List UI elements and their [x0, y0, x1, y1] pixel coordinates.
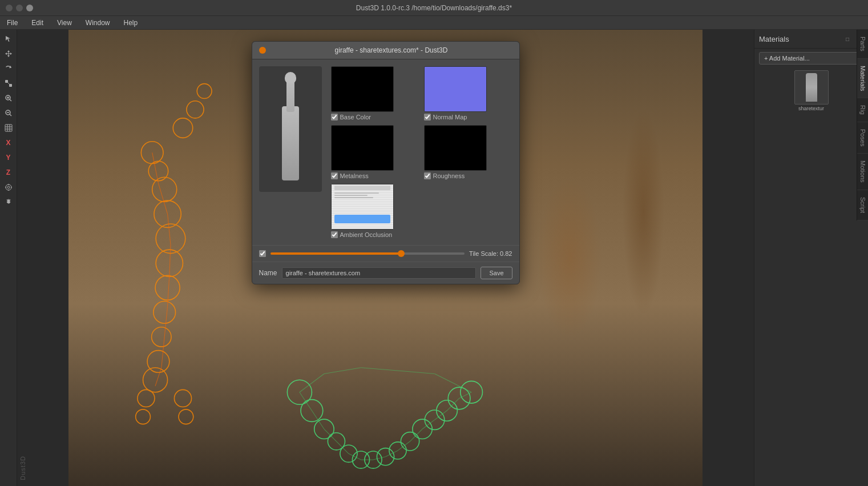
- material-thumb-inner: [795, 71, 828, 104]
- texture-checkbox-metalness[interactable]: [331, 172, 338, 179]
- dialog-titlebar[interactable]: giraffe - sharetextures.com* - Dust3D: [252, 42, 519, 59]
- close-button[interactable]: [6, 5, 13, 11]
- menu-window[interactable]: Window: [83, 18, 112, 28]
- material-thumbnail: [794, 70, 829, 105]
- menu-edit[interactable]: Edit: [29, 18, 46, 28]
- ao-line: [334, 192, 379, 194]
- texture-thumb-roughness[interactable]: [424, 125, 487, 171]
- tab-motions[interactable]: Motions: [857, 154, 868, 190]
- material-dialog: giraffe - sharetextures.com* - Dust3D: [252, 41, 520, 284]
- menu-file[interactable]: File: [5, 18, 20, 28]
- tab-rig[interactable]: Rig: [857, 98, 868, 122]
- tab-materials[interactable]: Materials: [857, 59, 868, 99]
- materials-title: Materials: [759, 35, 789, 43]
- material-item-label: sharetextur: [798, 106, 824, 111]
- texture-thumb-normal-map[interactable]: [424, 66, 487, 112]
- texture-label-text-roughness: Roughness: [433, 172, 465, 179]
- texture-checkbox-normal-map[interactable]: [424, 114, 431, 121]
- model-silhouette: [276, 78, 305, 180]
- material-item-sharetextures[interactable]: sharetextur: [754, 68, 868, 114]
- texture-label-text-normal-map: Normal Map: [433, 114, 467, 121]
- ao-title-bar: [334, 186, 390, 190]
- ao-line: [334, 197, 374, 198]
- window-title: Dust3D 1.0.0-rc.3 /home/tio/Downloads/gi…: [356, 4, 512, 12]
- texture-label-ao: Ambient Occlusion: [331, 231, 419, 238]
- tool-z-axis[interactable]: Z: [2, 166, 15, 179]
- dialog-content: Base Color Normal Map: [252, 59, 519, 245]
- tile-scale-value: Tile Scale: 0.82: [469, 250, 512, 257]
- name-input[interactable]: [282, 267, 477, 279]
- add-material-button[interactable]: + Add Material...: [759, 52, 863, 65]
- dust3d-watermark: Dust3D: [19, 456, 26, 480]
- texture-checkbox-base-color[interactable]: [331, 114, 338, 121]
- maximize-button[interactable]: [26, 5, 33, 11]
- svg-point-15: [6, 184, 11, 190]
- texture-checkbox-roughness[interactable]: [424, 172, 431, 179]
- svg-line-8: [10, 114, 11, 116]
- texture-label-base-color: Base Color: [331, 114, 419, 121]
- svg-rect-10: [5, 124, 12, 131]
- tab-poses[interactable]: Poses: [857, 122, 868, 154]
- tab-script[interactable]: Script: [857, 190, 868, 220]
- textures-section: Base Color Normal Map: [331, 66, 512, 238]
- menu-view[interactable]: View: [55, 18, 74, 28]
- texture-label-metalness: Metalness: [331, 172, 419, 179]
- materials-header: Materials □ ✕: [754, 30, 868, 49]
- model-head: [285, 72, 296, 83]
- menubar: File Edit View Window Help: [0, 16, 868, 30]
- material-thumb-giraffe-shape: [806, 73, 817, 102]
- model-preview: [259, 66, 322, 192]
- tile-scale-checkbox[interactable]: [259, 250, 266, 257]
- tool-zoom-out[interactable]: [2, 106, 15, 120]
- tile-scale-slider[interactable]: [271, 252, 465, 255]
- texture-checkbox-ao[interactable]: [331, 231, 338, 238]
- materials-icon-rect[interactable]: □: [843, 34, 852, 43]
- tool-y-axis[interactable]: Y: [2, 151, 15, 164]
- texture-slot-ao: Ambient Occlusion: [331, 184, 419, 238]
- texture-slot-normal-map: Normal Map: [424, 66, 512, 121]
- texture-slot-roughness: Roughness: [424, 125, 512, 179]
- name-label: Name: [259, 269, 277, 277]
- texture-label-text-ao: Ambient Occlusion: [340, 231, 393, 238]
- texture-thumb-metalness[interactable]: [331, 125, 394, 171]
- menu-help[interactable]: Help: [122, 18, 140, 28]
- tab-parts[interactable]: Parts: [857, 30, 868, 59]
- ao-ui-elements: [334, 215, 390, 223]
- main-layout: X Y Z: [0, 30, 868, 486]
- tool-select[interactable]: [2, 32, 15, 46]
- preview-section: [259, 66, 322, 238]
- traffic-lights: [6, 5, 33, 11]
- dialog-close-button[interactable]: [259, 47, 266, 54]
- svg-line-4: [10, 99, 11, 101]
- texture-label-normal-map: Normal Map: [424, 114, 512, 121]
- ao-line: [334, 195, 368, 196]
- save-button[interactable]: Save: [481, 267, 512, 279]
- right-panel: Materials □ ✕ + Add Material... sharetex…: [754, 30, 868, 486]
- texture-thumb-ao[interactable]: [331, 184, 394, 230]
- dialog-title: giraffe - sharetextures.com* - Dust3D: [271, 46, 512, 54]
- modal-overlay: giraffe - sharetextures.com* - Dust3D: [17, 30, 754, 486]
- texture-slot-base-color: Base Color: [331, 66, 419, 121]
- tool-zoom-in[interactable]: [2, 91, 15, 105]
- tool-target[interactable]: [2, 180, 15, 194]
- tool-scale[interactable]: [2, 77, 15, 90]
- texture-label-roughness: Roughness: [424, 172, 512, 179]
- tool-rotate[interactable]: [2, 62, 15, 75]
- tool-settings[interactable]: [2, 195, 15, 209]
- ao-preview: [332, 184, 393, 229]
- texture-thumb-base-color[interactable]: [331, 66, 394, 112]
- ao-content-lines: [334, 192, 390, 198]
- titlebar: Dust3D 1.0.0-rc.3 /home/tio/Downloads/gi…: [0, 0, 868, 16]
- right-tabs: Parts Materials Rig Poses Motions Script: [857, 30, 868, 220]
- svg-line-2: [7, 82, 10, 85]
- viewport[interactable]: giraffe - sharetextures.com* - Dust3D: [17, 30, 754, 486]
- svg-point-16: [7, 186, 10, 188]
- tile-scale-section: Tile Scale: 0.82: [252, 245, 519, 262]
- texture-label-text-metalness: Metalness: [340, 172, 369, 179]
- texture-slot-metalness: Metalness: [331, 125, 419, 179]
- tool-x-axis[interactable]: X: [2, 136, 15, 150]
- texture-label-text-base-color: Base Color: [340, 114, 371, 121]
- tool-move[interactable]: [2, 47, 15, 61]
- minimize-button[interactable]: [16, 5, 23, 11]
- tool-grid[interactable]: [2, 121, 15, 135]
